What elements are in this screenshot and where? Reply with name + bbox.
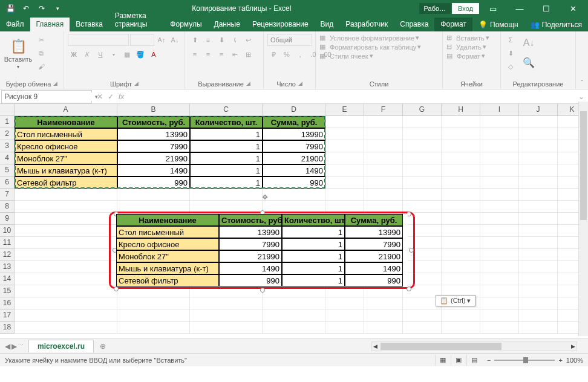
- view-normal-icon[interactable]: ▦: [435, 355, 451, 366]
- row-header[interactable]: 15: [0, 285, 15, 297]
- column-header[interactable]: E: [325, 104, 364, 116]
- cell[interactable]: [480, 237, 519, 249]
- cell[interactable]: [480, 116, 519, 128]
- column-header[interactable]: D: [263, 104, 325, 116]
- cell[interactable]: [403, 213, 442, 225]
- sort-icon[interactable]: A↓: [523, 34, 535, 52]
- row-header[interactable]: 16: [0, 297, 15, 309]
- column-header[interactable]: H: [442, 104, 480, 116]
- row-header[interactable]: 7: [0, 189, 15, 201]
- align-left-icon[interactable]: ≡: [189, 48, 201, 60]
- fill-icon[interactable]: ⬇: [505, 47, 517, 59]
- copy-icon[interactable]: ⧉: [35, 47, 47, 59]
- cell[interactable]: [364, 309, 403, 322]
- column-header[interactable]: C: [190, 104, 263, 116]
- cell-styles-button[interactable]: ▦ Стили ячеек ▾: [319, 52, 373, 60]
- row-header[interactable]: 17: [0, 309, 15, 322]
- cell[interactable]: [519, 249, 558, 261]
- spreadsheet-grid[interactable]: ABCDEFGHIJK 1НаименованиеСтоимость, руб.…: [0, 104, 588, 338]
- row-header[interactable]: 13: [0, 261, 15, 273]
- dialog-launcher-icon[interactable]: ◢: [134, 80, 139, 88]
- cell[interactable]: Мышь и клавиатура (к-т): [15, 164, 117, 176]
- shrink-font-icon[interactable]: A↓: [169, 34, 181, 46]
- currency-icon[interactable]: ₽: [267, 48, 279, 60]
- collapse-ribbon-icon[interactable]: ˆ: [576, 31, 588, 89]
- bold-button[interactable]: Ж: [68, 48, 80, 60]
- cell[interactable]: 1: [190, 128, 263, 140]
- cell[interactable]: [117, 285, 190, 297]
- name-box-input[interactable]: [4, 92, 95, 101]
- cell[interactable]: Стол письменный: [15, 128, 117, 140]
- cell[interactable]: [403, 152, 442, 164]
- cell[interactable]: [480, 309, 519, 322]
- cell[interactable]: [519, 237, 558, 249]
- cell[interactable]: 990: [117, 176, 190, 189]
- cell[interactable]: [364, 176, 403, 189]
- tell-me[interactable]: 💡Помощн: [472, 18, 524, 31]
- cell[interactable]: [403, 201, 442, 213]
- share-button[interactable]: 👥Поделиться: [524, 18, 588, 31]
- cell[interactable]: [442, 322, 480, 334]
- cell[interactable]: [519, 261, 558, 273]
- cell[interactable]: [442, 116, 480, 128]
- cell[interactable]: [442, 237, 480, 249]
- row-header[interactable]: 9: [0, 213, 15, 225]
- cell[interactable]: [480, 152, 519, 164]
- cell[interactable]: [364, 189, 403, 201]
- cell[interactable]: [442, 309, 480, 322]
- cell[interactable]: [15, 261, 117, 273]
- cell[interactable]: [364, 322, 403, 334]
- cell[interactable]: [480, 128, 519, 140]
- row-header[interactable]: 11: [0, 237, 15, 249]
- find-icon[interactable]: 🔍: [523, 53, 535, 71]
- cell[interactable]: [325, 128, 364, 140]
- row-header[interactable]: 12: [0, 249, 15, 261]
- cell[interactable]: [364, 116, 403, 128]
- cell[interactable]: [480, 273, 519, 285]
- cell[interactable]: [480, 140, 519, 152]
- cell[interactable]: [480, 249, 519, 261]
- tab-file[interactable]: Файл: [0, 18, 30, 31]
- format-painter-icon[interactable]: 🖌: [35, 60, 47, 73]
- font-color-icon[interactable]: A: [148, 48, 160, 60]
- tab-review[interactable]: Рецензирование: [246, 18, 315, 31]
- cell[interactable]: [263, 201, 325, 213]
- cell[interactable]: [325, 116, 364, 128]
- paste-options-button[interactable]: 📋 (Ctrl) ▾: [436, 295, 475, 306]
- align-middle-icon[interactable]: ≡: [202, 34, 214, 46]
- row-header[interactable]: 18: [0, 322, 15, 334]
- cell[interactable]: [325, 285, 364, 297]
- row-header[interactable]: 3: [0, 140, 15, 152]
- save-icon[interactable]: 💾: [4, 2, 17, 15]
- row-header[interactable]: 1: [0, 116, 15, 128]
- enter-formula-icon[interactable]: ✓: [108, 92, 114, 101]
- add-sheet-icon[interactable]: ⊕: [94, 342, 112, 351]
- row-header[interactable]: 10: [0, 225, 15, 237]
- cell[interactable]: [15, 285, 117, 297]
- column-header[interactable]: I: [480, 104, 519, 116]
- maximize-icon[interactable]: ☐: [534, 0, 559, 17]
- cell[interactable]: [364, 297, 403, 309]
- sheet-nav-prev-icon[interactable]: ◀: [5, 342, 10, 351]
- cell[interactable]: [263, 297, 325, 309]
- insert-cells-button[interactable]: ⊞ Вставить ▾: [446, 34, 489, 42]
- cell[interactable]: [263, 309, 325, 322]
- cell[interactable]: [190, 297, 263, 309]
- cell[interactable]: [325, 164, 364, 176]
- cell[interactable]: [442, 273, 480, 285]
- cell[interactable]: [442, 225, 480, 237]
- login-button[interactable]: Вход: [452, 3, 479, 14]
- cell[interactable]: [190, 285, 263, 297]
- cell[interactable]: [403, 249, 442, 261]
- cell[interactable]: Кресло офисное: [15, 140, 117, 152]
- cell[interactable]: [519, 273, 558, 285]
- cell[interactable]: [117, 309, 190, 322]
- view-layout-icon[interactable]: ▣: [451, 355, 466, 366]
- row-header[interactable]: 4: [0, 152, 15, 164]
- cell[interactable]: [15, 309, 117, 322]
- cell[interactable]: 1: [190, 176, 263, 189]
- cell[interactable]: [442, 261, 480, 273]
- view-pagebreak-icon[interactable]: ▤: [466, 355, 482, 366]
- undo-icon[interactable]: ↶: [19, 2, 33, 15]
- cell[interactable]: [364, 201, 403, 213]
